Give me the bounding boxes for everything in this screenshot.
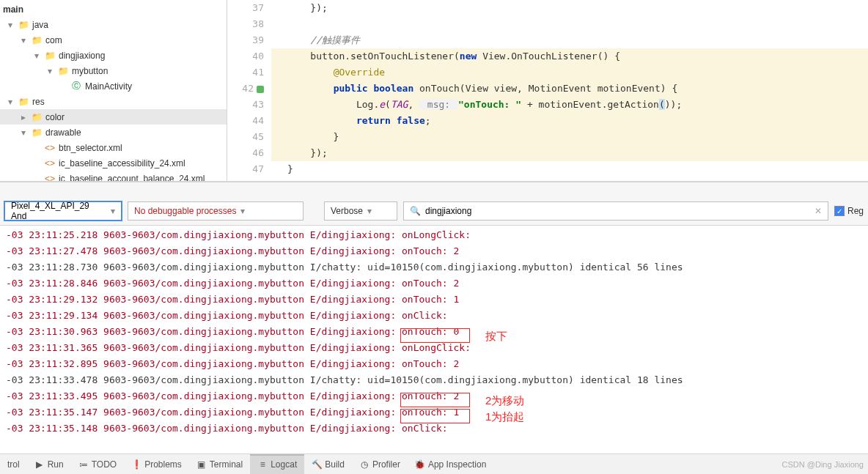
log-line: -03 23:11:33.478 9603-9603/com.dingjiaxi…	[6, 372, 862, 388]
tool-icon: 🔨	[312, 459, 322, 470]
chevron-down-icon: ▾	[111, 206, 115, 216]
tool-tab-profiler[interactable]: ◷Profiler	[352, 454, 408, 474]
tree-item[interactable]: <>btn_selector.xml	[0, 140, 227, 155]
tree-item-label: dingjiaxiong	[59, 51, 105, 61]
tool-tab-terminal[interactable]: ▣Terminal	[189, 454, 250, 474]
tree-item-label: mybutton	[72, 66, 108, 76]
folder-icon: 📁	[31, 35, 43, 45]
folder-icon: <>	[44, 143, 56, 153]
tool-tab-trol[interactable]: trol	[0, 454, 27, 474]
tree-arrow-icon: ▾	[32, 51, 41, 61]
tree-item[interactable]: ▾📁dingjiaxiong	[0, 48, 227, 63]
folder-icon: 📁	[18, 97, 29, 107]
editor-code[interactable]: }); //触摸事件 button.setOnTouchListener(new…	[271, 0, 868, 181]
annotation-box	[400, 409, 470, 423]
tree-item[interactable]: ▾📁drawable	[0, 125, 227, 140]
log-line: -03 23:11:29.132 9603-9603/com.dingjiaxi…	[6, 292, 862, 308]
logcat-output[interactable]: -03 23:11:25.218 9603-9603/com.dingjiaxi…	[0, 226, 868, 453]
tree-item-label: btn_selector.xml	[59, 143, 122, 153]
tree-item-label: com	[45, 35, 62, 45]
folder-icon: 📁	[31, 127, 43, 138]
tree-arrow-icon: ▾	[45, 66, 54, 76]
tree-item-label: ic_baseline_account_balance_24.xml	[59, 174, 205, 182]
tool-tab-run[interactable]: ▶Run	[27, 454, 71, 474]
folder-icon: 📁	[31, 112, 43, 122]
folder-icon: Ⓒ	[70, 80, 82, 92]
folder-icon: <>	[44, 158, 56, 169]
folder-icon: 📁	[57, 66, 69, 76]
tool-tab-build[interactable]: 🔨Build	[304, 454, 352, 474]
clear-icon[interactable]: ✕	[814, 206, 822, 216]
tree-item[interactable]: ▾📁java	[0, 17, 227, 32]
annotation-box	[400, 328, 470, 343]
folder-icon: 📁	[44, 51, 56, 61]
tree-arrow-icon: ▾	[6, 97, 15, 107]
checkbox-icon: ✓	[834, 206, 845, 216]
tool-icon: ▶	[34, 459, 45, 470]
tree-item-label: res	[32, 97, 45, 107]
tree-item[interactable]: ▸📁color	[0, 109, 227, 125]
annotation-label: 按下	[485, 328, 507, 344]
log-search[interactable]: 🔍 ✕	[403, 201, 828, 221]
log-line: -03 23:11:28.846 9603-9603/com.dingjiaxi…	[6, 275, 862, 292]
tool-icon: ❗	[131, 459, 141, 470]
log-line: -03 23:11:29.134 9603-9603/com.dingjiaxi…	[6, 308, 862, 324]
watermark: CSDN @Ding Jiaxiong	[782, 460, 868, 469]
folder-icon: <>	[44, 174, 56, 182]
tool-tab-app inspection[interactable]: 🐞App Inspection	[408, 454, 493, 474]
tool-icon: ▣	[196, 459, 207, 470]
tree-item[interactable]: ▾📁com	[0, 32, 227, 48]
tree-item[interactable]: ▾📁mybutton	[0, 63, 227, 78]
tool-icon: 🐞	[415, 459, 425, 470]
tree-root[interactable]: main	[0, 1, 227, 17]
tree-item-label: drawable	[45, 127, 81, 138]
tool-tab-todo[interactable]: ≔TODO	[71, 454, 124, 474]
annotation-box	[400, 393, 470, 407]
process-selector[interactable]: No debuggable processes ▾	[128, 201, 304, 221]
annotation-label: 1为抬起	[485, 409, 524, 425]
tree-arrow-icon: ▾	[19, 127, 28, 138]
log-line: -03 23:11:28.730 9603-9603/com.dingjiaxi…	[6, 259, 862, 275]
tool-icon: ◷	[359, 459, 369, 470]
folder-icon: 📁	[18, 20, 29, 30]
tool-tab-problems[interactable]: ❗Problems	[124, 454, 189, 474]
project-tree[interactable]: main ▾📁java▾📁com▾📁dingjiaxiong▾📁mybutton…	[0, 0, 227, 181]
regex-checkbox[interactable]: ✓ Reg	[834, 206, 864, 216]
log-search-input[interactable]	[425, 206, 810, 216]
chevron-down-icon: ▾	[367, 206, 372, 216]
tree-item[interactable]: ▾📁res	[0, 94, 227, 109]
tree-arrow-icon: ▾	[6, 20, 15, 30]
tool-icon: ≔	[78, 459, 89, 470]
annotation-label: 2为移动	[485, 393, 524, 409]
code-editor[interactable]: 373839404142434445464748 }); //触摸事件 butt…	[227, 0, 868, 181]
tree-item[interactable]: ⒸMainActivity	[0, 78, 227, 94]
log-level-selector[interactable]: Verbose ▾	[324, 201, 397, 221]
tree-item[interactable]: <>ic_baseline_accessibility_24.xml	[0, 155, 227, 171]
tree-item-label: MainActivity	[85, 81, 132, 92]
log-line: -03 23:11:32.895 9603-9603/com.dingjiaxi…	[6, 356, 862, 372]
chevron-down-icon: ▾	[240, 206, 245, 216]
tree-arrow-icon: ▸	[19, 112, 28, 122]
tree-arrow-icon: ▾	[19, 35, 28, 45]
log-line: -03 23:11:25.218 9603-9603/com.dingjiaxi…	[6, 227, 862, 243]
tool-tab-logcat[interactable]: ≡Logcat	[250, 454, 304, 474]
tree-root-label: main	[3, 4, 23, 15]
search-icon: 🔍	[410, 206, 421, 216]
log-line: -03 23:11:27.478 9603-9603/com.dingjiaxi…	[6, 243, 862, 259]
bottom-tool-bar: trol▶Run≔TODO❗Problems▣Terminal≡Logcat🔨B…	[0, 453, 868, 474]
tree-item[interactable]: <>ic_baseline_account_balance_24.xml	[0, 171, 227, 181]
device-selector[interactable]: Pixel_4_XL_API_29 And ▾	[4, 201, 122, 221]
tree-item-label: ic_baseline_accessibility_24.xml	[59, 158, 185, 169]
editor-gutter: 373839404142434445464748	[227, 0, 271, 181]
tool-icon: ≡	[257, 459, 268, 470]
tree-item-label: color	[45, 112, 65, 122]
tree-item-label: java	[32, 20, 48, 30]
